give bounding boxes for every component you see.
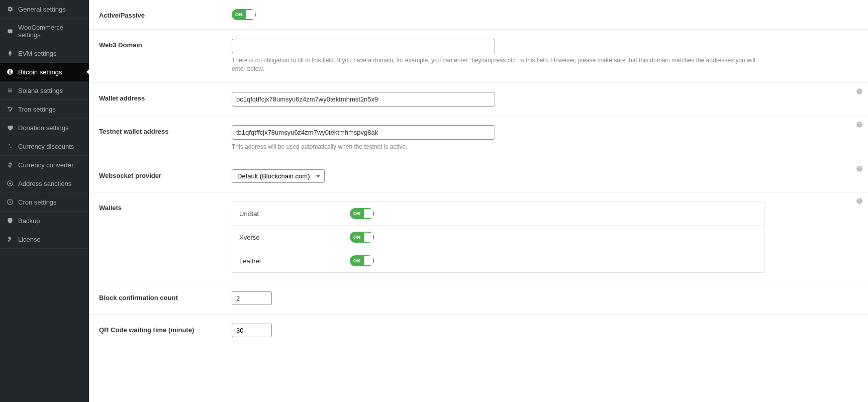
toggle-handle	[364, 233, 373, 242]
row-active-passive: Active/Passive ON	[89, 0, 868, 30]
dollar-icon	[6, 161, 14, 169]
sidebar-item-cron-settings[interactable]: Cron settings	[0, 193, 89, 212]
heart-icon	[6, 124, 14, 132]
help-icon[interactable]: ?	[856, 197, 863, 205]
sidebar-item-label: EVM settings	[18, 50, 57, 57]
row-block-confirmation-count: Block confirmation count	[89, 282, 868, 315]
shield-icon	[6, 217, 14, 225]
bitcoin-icon: ₿	[6, 68, 14, 76]
wallet-name: UniSat	[239, 210, 350, 218]
wallet-row-leather: Leather ON	[232, 249, 764, 272]
sidebar-item-evm-settings[interactable]: EVM settings	[0, 44, 89, 63]
input-testnet-wallet-address[interactable]	[232, 125, 495, 140]
sidebar-item-license[interactable]: License	[0, 230, 89, 249]
tron-icon	[6, 105, 14, 113]
sidebar-item-backup[interactable]: Backup	[0, 212, 89, 230]
sidebar-item-label: Cron settings	[18, 198, 57, 206]
sidebar-item-label: Address sanctions	[18, 180, 71, 187]
sidebar-item-tron-settings[interactable]: Tron settings	[0, 100, 89, 119]
sidebar-item-label: Currency converter	[18, 161, 74, 169]
svg-text:?: ?	[858, 167, 861, 171]
label-wallet-address: Wallet address	[99, 92, 232, 107]
toggle-handle	[364, 256, 373, 265]
sidebar-item-label: General settings	[18, 6, 66, 13]
toggle-on-label: ON	[350, 235, 361, 240]
solana-icon	[6, 86, 14, 94]
sidebar-item-label: License	[18, 236, 41, 243]
sidebar-item-label: WooCommerce settings	[18, 24, 83, 39]
label-testnet-wallet-address: Testnet wallet address	[99, 125, 232, 151]
sidebar-item-label: Bitcoin settings	[18, 68, 62, 76]
help-icon[interactable]: ?	[856, 165, 863, 172]
svg-text:?: ?	[858, 199, 861, 204]
row-qr-code-waiting-time: QR Code waiting time (minute)	[89, 315, 868, 346]
help-testnet-wallet-address: This address will be used automatically …	[232, 143, 764, 151]
toggle-on-label: ON	[232, 12, 243, 17]
sidebar-item-currency-converter[interactable]: Currency converter	[0, 156, 89, 174]
sidebar-item-bitcoin-settings[interactable]: ₿ Bitcoin settings	[0, 63, 89, 81]
ethereum-icon	[6, 49, 14, 57]
wallets-box: UniSat ON Xverse ON Leather	[232, 202, 764, 273]
row-wallet-address: ? Wallet address	[89, 83, 868, 116]
label-web3-domain: Web3 Domain	[99, 39, 232, 73]
clock-icon	[6, 198, 14, 206]
sidebar-item-currency-discounts[interactable]: Currency discounts	[0, 137, 89, 156]
sidebar-item-label: Tron settings	[18, 106, 56, 113]
percent-icon	[6, 142, 14, 150]
row-testnet-wallet-address: ? Testnet wallet address This address wi…	[89, 116, 868, 161]
help-icon[interactable]: ?	[856, 88, 863, 95]
toggle-wallet-xverse[interactable]: ON	[350, 232, 374, 243]
sidebar-item-donation-settings[interactable]: Donation settings	[0, 119, 89, 137]
label-qr-code-waiting-time: QR Code waiting time (minute)	[99, 324, 232, 337]
row-websocket-provider: ? Websocket provider Default (Blockchain…	[89, 160, 868, 192]
sidebar-item-label: Currency discounts	[18, 143, 74, 150]
wallet-name: Leather	[239, 257, 350, 265]
help-icon[interactable]: ?	[856, 121, 863, 128]
gear-icon	[6, 5, 14, 13]
svg-text:?: ?	[858, 123, 861, 127]
label-active-passive: Active/Passive	[99, 9, 232, 20]
input-qr-code-waiting-time[interactable]	[232, 324, 272, 337]
key-icon	[6, 235, 14, 243]
sidebar-item-label: Solana settings	[18, 87, 63, 94]
label-websocket-provider: Websocket provider	[99, 169, 232, 183]
sidebar-item-woocommerce-settings[interactable]: WooCommerce settings	[0, 19, 89, 44]
toggle-active-passive[interactable]: ON	[232, 9, 256, 20]
help-web3-domain: There is no obligation to fill in this f…	[232, 56, 764, 73]
select-websocket-provider[interactable]: Default (Blockchain.com)	[232, 169, 325, 183]
input-block-confirmation-count[interactable]	[232, 291, 272, 305]
label-block-confirmation-count: Block confirmation count	[99, 291, 232, 305]
sidebar: General settings WooCommerce settings EV…	[0, 0, 89, 402]
wallet-row-unisat: UniSat ON	[232, 202, 764, 226]
row-web3-domain: Web3 Domain There is no obligation to fi…	[89, 30, 868, 83]
toggle-handle	[246, 10, 255, 19]
badge-icon	[6, 179, 14, 187]
main-content: Active/Passive ON Web3 Domain There is n…	[89, 0, 868, 402]
wallet-name: Xverse	[239, 234, 350, 241]
toggle-handle	[364, 209, 373, 218]
sidebar-item-address-sanctions[interactable]: Address sanctions	[0, 174, 89, 193]
label-wallets: Wallets	[99, 202, 232, 273]
svg-text:?: ?	[858, 89, 861, 94]
input-wallet-address[interactable]	[232, 92, 495, 107]
sidebar-item-label: Backup	[18, 217, 40, 225]
toggle-wallet-leather[interactable]: ON	[350, 255, 374, 266]
toggle-wallet-unisat[interactable]: ON	[350, 208, 374, 219]
input-web3-domain[interactable]	[232, 39, 495, 53]
sidebar-item-label: Donation settings	[18, 124, 68, 132]
wallet-row-xverse: Xverse ON	[232, 226, 764, 249]
svg-point-3	[9, 182, 11, 184]
toggle-on-label: ON	[350, 211, 361, 216]
woo-icon	[6, 27, 14, 35]
sidebar-item-general-settings[interactable]: General settings	[0, 0, 89, 19]
row-wallets: ? Wallets UniSat ON Xverse ON	[89, 192, 868, 282]
sidebar-item-solana-settings[interactable]: Solana settings	[0, 81, 89, 100]
toggle-on-label: ON	[350, 258, 361, 263]
svg-text:₿: ₿	[9, 70, 11, 74]
